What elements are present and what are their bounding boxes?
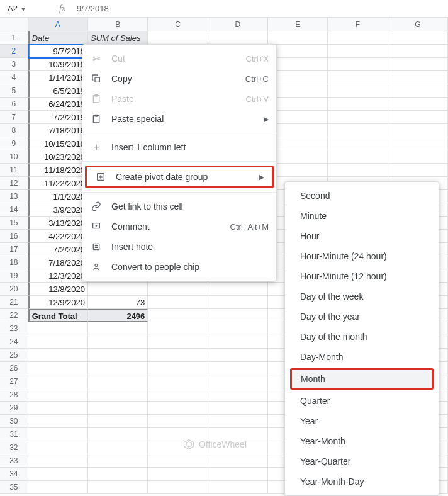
submenu-item-year-month-day[interactable]: Year-Month-Day [285, 471, 439, 492]
menu-create-pivot-date-group[interactable]: Create pivot date group ▶ [85, 166, 274, 188]
cell-D34[interactable] [208, 468, 268, 481]
menu-copy[interactable]: Copy Ctrl+C [82, 69, 276, 89]
cell-G8[interactable] [388, 124, 448, 137]
cell-C28[interactable] [148, 388, 208, 402]
cell-A3[interactable]: 10/9/2018 [28, 58, 88, 71]
row-header-13[interactable]: 13 [0, 190, 28, 203]
cell-B34[interactable] [88, 468, 148, 481]
cell-D23[interactable] [208, 322, 268, 335]
cell-D29[interactable] [208, 402, 268, 415]
cell-A24[interactable] [28, 335, 88, 349]
submenu-item-second[interactable]: Second [285, 186, 439, 206]
cell-A28[interactable] [28, 388, 88, 402]
cell-D27[interactable] [208, 375, 268, 388]
submenu-item-quarter[interactable]: Quarter [285, 391, 439, 411]
cell-C30[interactable] [148, 415, 208, 428]
cell-B23[interactable] [88, 322, 148, 335]
cell-B25[interactable] [88, 349, 148, 362]
column-header-a[interactable]: A [28, 18, 88, 31]
cell-C33[interactable] [148, 454, 208, 468]
column-header-f[interactable]: F [328, 18, 388, 31]
cell-E6[interactable] [268, 98, 328, 111]
row-header-20[interactable]: 20 [0, 283, 28, 296]
row-header-16[interactable]: 16 [0, 230, 28, 243]
cell-D21[interactable] [208, 296, 268, 309]
row-header-23[interactable]: 23 [0, 322, 28, 335]
row-header-1[interactable]: 1 [0, 31, 28, 45]
cell-C23[interactable] [148, 322, 208, 335]
submenu-item-year[interactable]: Year [285, 411, 439, 431]
cell-G3[interactable] [388, 58, 448, 71]
cell-A25[interactable] [28, 349, 88, 362]
cell-C27[interactable] [148, 375, 208, 388]
row-header-4[interactable]: 4 [0, 71, 28, 84]
cell-F2[interactable] [328, 45, 388, 58]
cell-C26[interactable] [148, 362, 208, 375]
row-header-15[interactable]: 15 [0, 217, 28, 230]
cell-A10[interactable]: 10/23/2020 [28, 150, 88, 164]
cell-A1[interactable]: Date [28, 31, 88, 45]
cell-B24[interactable] [88, 335, 148, 349]
cell-C22[interactable] [148, 309, 208, 322]
cell-E2[interactable] [268, 45, 328, 58]
submenu-item-year-quarter[interactable]: Year-Quarter [285, 451, 439, 471]
submenu-item-hour-minute-24-hour-[interactable]: Hour-Minute (24 hour) [285, 246, 439, 266]
formula-bar[interactable]: 9/7/2018 [77, 4, 445, 13]
cell-D31[interactable] [208, 428, 268, 441]
menu-paste-special[interactable]: Paste special ▶ [82, 109, 276, 129]
cell-C21[interactable] [148, 296, 208, 309]
cell-A33[interactable] [28, 454, 88, 468]
submenu-item-day-of-the-week[interactable]: Day of the week [285, 286, 439, 307]
cell-F4[interactable] [328, 71, 388, 84]
cell-A6[interactable]: 6/24/2019 [28, 98, 88, 111]
row-header-7[interactable]: 7 [0, 111, 28, 124]
cell-C29[interactable] [148, 402, 208, 415]
cell-E4[interactable] [268, 71, 328, 84]
row-header-35[interactable]: 35 [0, 481, 28, 494]
cell-C34[interactable] [148, 468, 208, 481]
row-header-30[interactable]: 30 [0, 415, 28, 428]
submenu-item-minute[interactable]: Minute [285, 206, 439, 226]
row-header-26[interactable]: 26 [0, 362, 28, 375]
row-header-6[interactable]: 6 [0, 98, 28, 111]
cell-B1[interactable]: SUM of Sales [88, 31, 148, 45]
cell-A21[interactable]: 12/9/2020 [28, 296, 88, 309]
menu-people-chip[interactable]: Convert to people chip [82, 257, 276, 277]
row-header-24[interactable]: 24 [0, 335, 28, 349]
cell-G5[interactable] [388, 84, 448, 98]
cell-D25[interactable] [208, 349, 268, 362]
cell-G2[interactable] [388, 45, 448, 58]
cell-A2[interactable]: 9/7/2018 [28, 45, 88, 58]
row-header-2[interactable]: 2 [0, 45, 28, 58]
cell-A22[interactable]: Grand Total [28, 309, 88, 322]
cell-C35[interactable] [148, 481, 208, 494]
cell-F5[interactable] [328, 84, 388, 98]
cell-B29[interactable] [88, 402, 148, 415]
name-box[interactable]: A2 ▼ [3, 4, 40, 13]
cell-G7[interactable] [388, 111, 448, 124]
menu-get-link[interactable]: Get link to this cell [82, 196, 276, 217]
cell-B22[interactable]: 2496 [88, 309, 148, 322]
cell-A16[interactable]: 4/22/2020 [28, 230, 88, 243]
row-header-25[interactable]: 25 [0, 349, 28, 362]
cell-F1[interactable] [328, 31, 388, 45]
cell-A7[interactable]: 7/2/2019 [28, 111, 88, 124]
cell-A32[interactable] [28, 441, 88, 454]
menu-comment[interactable]: Comment Ctrl+Alt+M [82, 217, 276, 237]
row-header-11[interactable]: 11 [0, 164, 28, 177]
cell-E7[interactable] [268, 111, 328, 124]
row-header-21[interactable]: 21 [0, 296, 28, 309]
cell-B30[interactable] [88, 415, 148, 428]
cell-A11[interactable]: 11/18/2020 [28, 164, 88, 177]
cell-C20[interactable] [148, 283, 208, 296]
cell-E10[interactable] [268, 150, 328, 164]
cell-G11[interactable] [388, 164, 448, 177]
row-header-3[interactable]: 3 [0, 58, 28, 71]
cell-A20[interactable]: 12/8/2020 [28, 283, 88, 296]
cell-C25[interactable] [148, 349, 208, 362]
row-header-18[interactable]: 18 [0, 256, 28, 269]
cell-A5[interactable]: 6/5/2019 [28, 84, 88, 98]
row-header-31[interactable]: 31 [0, 428, 28, 441]
cell-A35[interactable] [28, 481, 88, 494]
cell-D24[interactable] [208, 335, 268, 349]
